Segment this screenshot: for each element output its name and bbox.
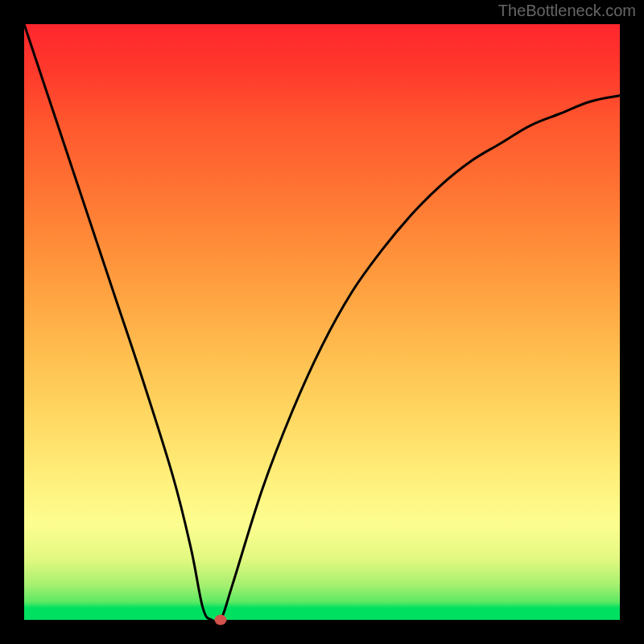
bottleneck-curve — [24, 24, 620, 620]
optimal-point-marker — [215, 615, 227, 625]
watermark-text: TheBottleneck.com — [498, 2, 636, 20]
plot-area — [24, 24, 620, 620]
chart-frame: TheBottleneck.com — [0, 0, 644, 644]
